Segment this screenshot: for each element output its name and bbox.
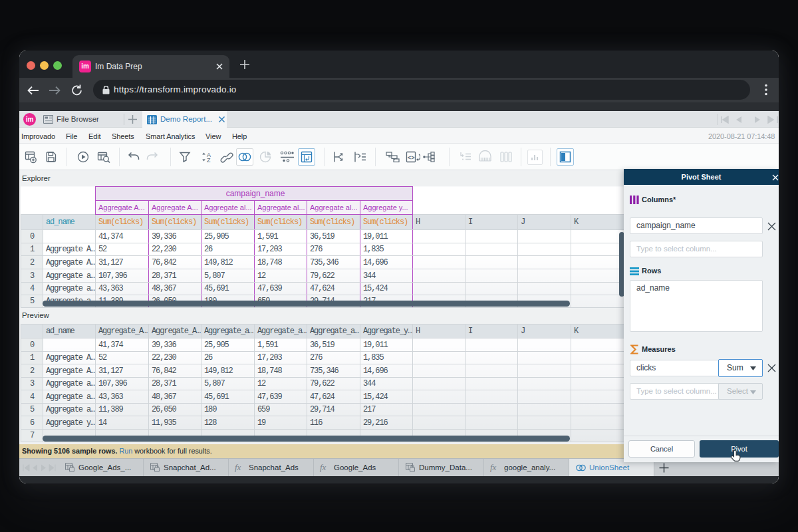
svg-text:<>: <> — [408, 154, 415, 161]
svg-text:Z: Z — [207, 157, 211, 164]
